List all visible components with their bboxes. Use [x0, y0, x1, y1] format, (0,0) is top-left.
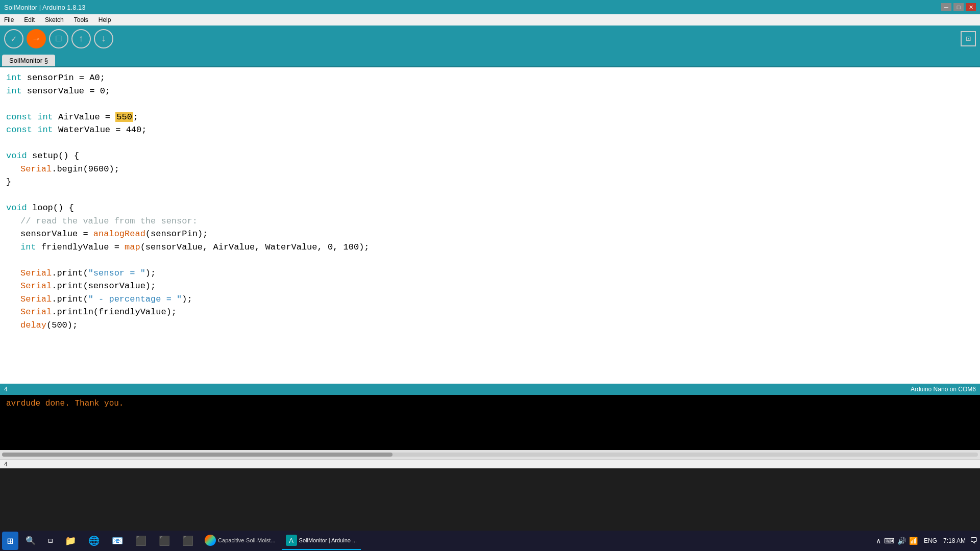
window-controls[interactable]: ─ □ ✕ [941, 3, 976, 11]
menu-tools[interactable]: Tools [72, 15, 90, 24]
app3-button[interactable]: ⬛ [154, 532, 175, 550]
scrollbar-thumb[interactable] [2, 453, 393, 457]
serial-monitor-button[interactable]: ⊡ [961, 31, 976, 46]
line-number-bar: 4 [0, 459, 980, 468]
menu-edit[interactable]: Edit [22, 15, 37, 24]
taskbar: ⊞ 🔍 ⊟ 📁 🌐 📧 ⬛ ⬛ ⬛ Capacitive-Soil-Moist.… [0, 531, 980, 551]
app2-button[interactable]: ⬛ [130, 532, 152, 550]
start-button[interactable]: ⊞ [2, 532, 18, 550]
code-line-1: int sensorPin = A0; [6, 71, 974, 85]
code-line-18: Serial.print(" - percentage = "); [6, 293, 974, 306]
line-col-indicator: 4 [4, 461, 8, 468]
code-line-12: // read the value from the sensor: [6, 215, 974, 228]
close-button[interactable]: ✕ [966, 3, 976, 11]
code-line-17: Serial.print(sensorValue); [6, 280, 974, 293]
board-info: Arduino Nano on COM6 [911, 386, 976, 393]
code-line-8: Serial.begin(9600); [6, 163, 974, 176]
menu-bar: File Edit Sketch Tools Help [0, 14, 980, 26]
toolbar-right: ⊡ [961, 31, 976, 46]
code-line-19: Serial.println(friendlyValue); [6, 306, 974, 319]
task-view-button[interactable]: ⊟ [43, 532, 58, 550]
app1-button[interactable]: 📧 [107, 532, 128, 550]
code-line-6 [6, 137, 974, 150]
code-line-14: int friendlyValue = map(sensorValue, Air… [6, 241, 974, 254]
code-line-5: const int WaterValue = 440; [6, 123, 974, 137]
code-line-7: void setup() { [6, 149, 974, 163]
title-bar: SoilMonitor | Arduino 1.8.13 ─ □ ✕ [0, 0, 980, 14]
app-arduino-label: SoilMonitor | Arduino ... [299, 537, 357, 543]
taskbar-right: ∧ ⌨ 🔊 📶 ENG 7:18 AM 🗨 [876, 536, 978, 545]
keyboard-icon[interactable]: ⌨ [884, 537, 894, 545]
taskbar-app-chrome[interactable]: Capacitive-Soil-Moist... [201, 532, 279, 550]
edge-button[interactable]: 🌐 [83, 532, 105, 550]
search-button[interactable]: 🔍 [20, 532, 41, 550]
new-button[interactable]: □ [49, 29, 68, 48]
code-line-9: } [6, 176, 974, 189]
notification-icon[interactable]: 🗨 [970, 536, 978, 545]
clock: 7:18 AM [943, 537, 966, 544]
file-tab[interactable]: SoilMonitor § [2, 55, 55, 66]
console-area: avrdude done. Thank you. [0, 395, 980, 450]
code-line-13: sensorValue = analogRead(sensorPin); [6, 228, 974, 241]
status-bar: 4 Arduino Nano on COM6 [0, 384, 980, 395]
system-icons: ∧ ⌨ 🔊 📶 [876, 537, 918, 545]
code-line-3 [6, 97, 974, 111]
scrollbar-track[interactable] [2, 453, 978, 457]
upload-button[interactable]: → [27, 29, 46, 48]
code-line-10 [6, 189, 974, 202]
scrollbar-area[interactable] [0, 450, 980, 459]
open-button[interactable]: ↑ [71, 29, 91, 48]
code-line-16: Serial.print("sensor = "); [6, 267, 974, 280]
save-button[interactable]: ↓ [94, 29, 113, 48]
menu-file[interactable]: File [2, 15, 16, 24]
window-title: SoilMonitor | Arduino 1.8.13 [4, 4, 941, 11]
time-display: 7:18 AM [943, 537, 966, 544]
toolbar: ✓ → □ ↑ ↓ ⊡ [0, 26, 980, 52]
code-line-2: int sensorValue = 0; [6, 85, 974, 98]
console-message: avrdude done. Thank you. [6, 399, 974, 408]
code-line-20: delay(500); [6, 319, 974, 332]
code-line-11: void loop() { [6, 202, 974, 215]
minimize-button[interactable]: ─ [941, 3, 951, 11]
line-number: 4 [4, 386, 8, 393]
chevron-up-icon[interactable]: ∧ [876, 537, 881, 545]
file-explorer-button[interactable]: 📁 [60, 532, 81, 550]
menu-sketch[interactable]: Sketch [43, 15, 66, 24]
app4-button[interactable]: ⬛ [177, 532, 199, 550]
verify-button[interactable]: ✓ [4, 29, 23, 48]
speaker-icon[interactable]: 🔊 [897, 537, 906, 545]
app-chrome-label: Capacitive-Soil-Moist... [218, 537, 275, 543]
network-icon[interactable]: 📶 [909, 537, 918, 545]
tab-bar: SoilMonitor § [0, 52, 980, 67]
taskbar-app-arduino[interactable]: A SoilMonitor | Arduino ... [282, 532, 361, 550]
menu-help[interactable]: Help [96, 15, 113, 24]
code-line-15 [6, 254, 974, 267]
maximize-button[interactable]: □ [953, 3, 964, 11]
code-line-4: const int AirValue = 550; [6, 111, 974, 124]
code-area[interactable]: int sensorPin = A0; int sensorValue = 0;… [0, 67, 980, 384]
language-indicator: ENG [924, 537, 937, 544]
